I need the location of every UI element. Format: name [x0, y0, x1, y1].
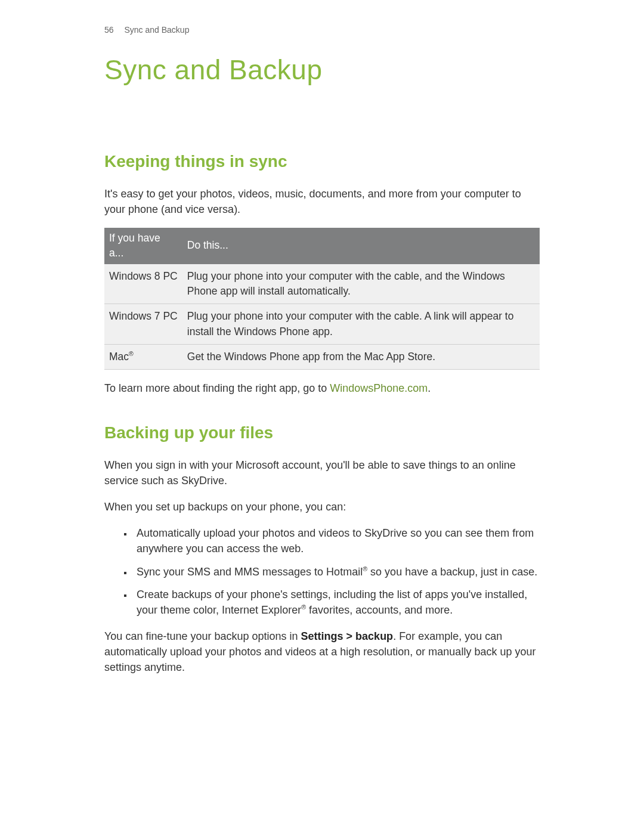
table-row: Mac® Get the Windows Phone app from the … [104, 345, 540, 370]
table-cell-device: Mac® [104, 345, 182, 370]
backup-paragraph-2: When you set up backups on your phone, y… [104, 499, 540, 515]
settings-path: Settings > backup [301, 630, 394, 642]
registered-mark: ® [363, 565, 367, 572]
page-header: 56 Sync and Backup [104, 24, 540, 36]
windowsphone-link[interactable]: WindowsPhone.com [330, 382, 428, 394]
table-header-col2: Do this... [182, 228, 540, 264]
backup-bullet-list: Automatically upload your photos and vid… [133, 525, 540, 617]
table-row: Windows 8 PC Plug your phone into your c… [104, 264, 540, 304]
page-title: Sync and Backup [104, 50, 540, 90]
table-cell-action: Plug your phone into your computer with … [182, 264, 540, 304]
registered-mark: ® [129, 350, 134, 357]
list-item: Automatically upload your photos and vid… [133, 525, 540, 556]
list-item: Create backups of your phone's settings,… [133, 587, 540, 618]
backup-paragraph-1: When you sign in with your Microsoft acc… [104, 457, 540, 488]
sync-table: If you have a... Do this... Windows 8 PC… [104, 228, 540, 370]
table-cell-device: Windows 7 PC [104, 304, 182, 345]
section-heading-keeping-sync: Keeping things in sync [104, 150, 540, 174]
section-heading-backing-up: Backing up your files [104, 421, 540, 445]
intro-paragraph: It's easy to get your photos, videos, mu… [104, 186, 540, 217]
page-header-section: Sync and Backup [124, 25, 189, 35]
page-number: 56 [104, 25, 114, 35]
table-cell-action: Get the Windows Phone app from the Mac A… [182, 345, 540, 370]
table-row: Windows 7 PC Plug your phone into your c… [104, 304, 540, 345]
outro-paragraph: To learn more about finding the right ap… [104, 380, 540, 396]
table-cell-action: Plug your phone into your computer with … [182, 304, 540, 345]
registered-mark: ® [301, 603, 306, 611]
list-item: Sync your SMS and MMS messages to Hotmai… [133, 564, 540, 580]
backup-paragraph-3: You can fine-tune your backup options in… [104, 628, 540, 675]
table-header-col1: If you have a... [104, 228, 182, 264]
table-cell-device: Windows 8 PC [104, 264, 182, 304]
